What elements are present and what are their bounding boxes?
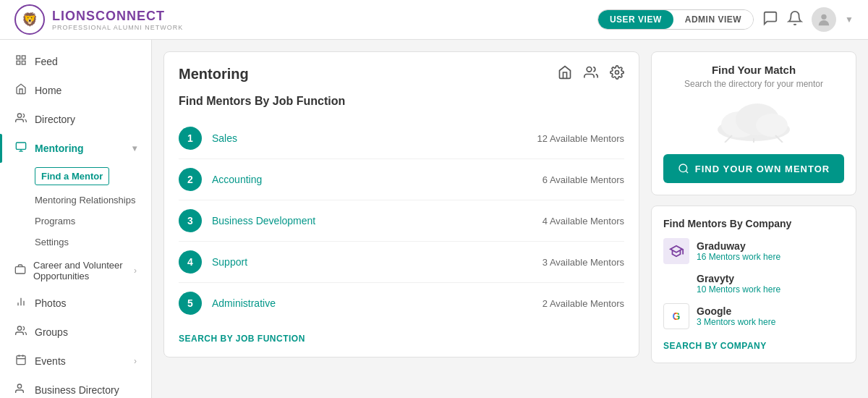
sidebar-item-mentoring[interactable]: Mentoring ▾ [0,134,151,163]
user-avatar[interactable] [812,7,836,32]
svg-point-24 [756,114,788,137]
jf-name[interactable]: Administrative [212,297,532,309]
search-by-job-function-link[interactable]: SEARCH BY JOB FUNCTION [179,334,305,344]
google-logo: G [663,303,689,329]
svg-rect-1 [17,56,20,59]
job-function-item: 5 Administrative 2 Available Mentors [179,283,624,323]
find-mentor-label[interactable]: Find a Mentor [35,167,109,185]
jf-name[interactable]: Sales [212,132,527,144]
google-info: Google 3 Mentors work here [697,305,775,327]
mentoring-card-header: Mentoring [179,65,624,83]
career-icon [14,263,26,278]
find-mentor-btn-label: FIND YOUR OWN MENTOR [695,164,830,174]
chat-icon[interactable] [762,10,778,30]
main-content: Mentoring Find Mentors By Job Function [152,40,651,398]
app-subtitle: PROFESSIONAL ALUMNI NETWORK [52,24,183,31]
directory-icon [14,112,27,127]
svg-point-20 [616,71,619,75]
sub-programs[interactable]: Programs [35,211,151,232]
job-function-section: Find Mentors By Job Function 1 Sales 12 … [179,95,624,344]
mentoring-header-icons [558,65,624,83]
jf-name[interactable]: Business Development [212,215,532,226]
career-label: Career and Volunteer Opportunities [33,260,127,281]
sidebar-item-events[interactable]: Events › [0,347,151,376]
gravyty-info: Gravyty 10 Mentors work here [697,273,780,295]
sidebar-item-directory[interactable]: Directory [0,105,151,134]
view-toggle: USER VIEW ADMIN VIEW [597,9,754,30]
sidebar-item-home[interactable]: Home [0,76,151,105]
admin-view-button[interactable]: ADMIN VIEW [673,10,753,29]
find-match-card: Find Your Match Search the directory for… [651,51,856,195]
photos-icon [14,296,27,310]
svg-line-29 [686,171,688,173]
company-item-google: G Google 3 Mentors work here [663,303,844,329]
gravyty-name: Gravyty [697,273,780,284]
jf-number: 3 [179,209,202,232]
company-section-title: Find Mentors By Company [663,218,844,229]
jf-number: 2 [179,168,202,191]
svg-point-19 [587,67,592,72]
search-by-company-link[interactable]: SEARCH BY COMPANY [663,341,767,351]
mentoring-card-title: Mentoring [179,66,249,82]
job-function-title: Find Mentors By Job Function [179,95,624,108]
feed-icon [14,54,27,69]
find-match-title: Find Your Match [663,64,844,76]
top-navigation: 🦁 LIONSCONNECT PROFESSIONAL ALUMNI NETWO… [0,0,868,40]
logo-icon: 🦁 [14,4,45,35]
events-label: Events [35,355,66,367]
jf-count: 12 Available Mentors [537,133,624,144]
svg-point-13 [17,326,21,330]
events-icon [14,354,27,368]
sidebar-item-career[interactable]: Career and Volunteer Opportunities › [0,253,151,289]
user-view-button[interactable]: USER VIEW [598,10,673,29]
graduway-name: Graduway [697,240,780,252]
svg-point-18 [17,384,21,388]
gravyty-count: 10 Mentors work here [697,284,780,295]
jf-count: 2 Available Mentors [542,298,624,309]
find-own-mentor-button[interactable]: FIND YOUR OWN MENTOR [663,154,844,183]
mentoring-label: Mentoring [35,143,84,154]
sub-settings[interactable]: Settings [35,232,151,253]
directory-label: Directory [35,114,75,125]
jf-count: 6 Available Mentors [542,174,624,185]
sidebar-item-business-directory[interactable]: Business Directory [0,376,151,398]
gear-nav-icon[interactable] [610,65,624,83]
groups-label: Groups [35,326,68,338]
jf-number: 1 [179,127,202,150]
svg-rect-4 [22,61,25,64]
sidebar: Feed Home Directory Mentoring ▾ [0,40,152,398]
groups-icon [14,325,27,339]
sidebar-item-photos[interactable]: Photos [0,289,151,318]
job-function-item: 4 Support 3 Available Mentors [179,242,624,283]
people-nav-icon[interactable] [584,65,598,83]
sidebar-item-groups[interactable]: Groups [0,318,151,347]
mentoring-icon [14,141,27,156]
sidebar-item-feed[interactable]: Feed [0,47,151,76]
career-chevron: › [134,266,137,276]
jf-number: 4 [179,250,202,274]
bell-icon[interactable] [787,10,803,30]
job-function-item: 3 Business Development 4 Available Mento… [179,200,624,242]
jf-count: 4 Available Mentors [542,216,624,226]
photos-label: Photos [35,297,67,309]
jf-name[interactable]: Support [212,256,532,268]
jf-name[interactable]: Accounting [212,174,532,185]
home-nav-icon[interactable] [558,65,572,83]
sub-mentoring-relationships[interactable]: Mentoring Relationships [35,190,151,211]
svg-point-28 [679,164,687,172]
svg-rect-2 [22,56,25,59]
mentoring-submenu: Find a Mentor Mentoring Relationships Pr… [0,163,151,253]
svg-point-0 [821,14,826,20]
events-chevron: › [134,356,137,366]
avatar-chevron[interactable]: ▼ [845,14,854,25]
svg-rect-6 [16,143,25,149]
job-function-list: 1 Sales 12 Available Mentors 2 Accountin… [179,118,624,323]
app-name: LIONSCONNECT [52,9,183,24]
svg-rect-9 [15,267,25,274]
svg-point-5 [17,114,21,117]
sub-find-mentor[interactable]: Find a Mentor [35,163,151,190]
logo-area: 🦁 LIONSCONNECT PROFESSIONAL ALUMNI NETWO… [14,4,183,35]
graduway-count: 16 Mentors work here [697,252,780,262]
feed-label: Feed [35,56,58,67]
cloud-illustration [663,99,844,143]
